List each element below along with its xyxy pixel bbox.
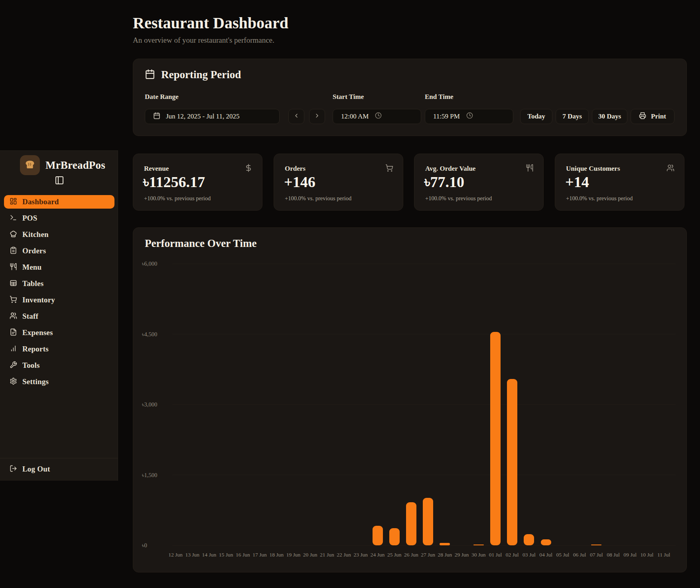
terminal-icon <box>10 214 17 223</box>
page-subtitle: An overview of your restaurant's perform… <box>133 36 274 45</box>
stat-label: Avg. Order Value <box>425 165 475 173</box>
y-axis-tick-label: ৳4,500 <box>142 331 168 338</box>
shopping-cart-icon <box>385 164 393 174</box>
date-range-label: Date Range <box>145 93 179 101</box>
sidebar-item-settings[interactable]: Settings <box>4 375 114 389</box>
bar-03-jul <box>524 534 534 545</box>
table-icon <box>10 279 17 288</box>
stat-value: +146 <box>284 173 315 191</box>
print-button[interactable]: Print <box>631 109 674 124</box>
previous-period-button[interactable] <box>288 109 304 124</box>
sidebar-item-inventory[interactable]: Inventory <box>4 293 114 307</box>
sidebar-item-orders[interactable]: Orders <box>4 244 114 258</box>
chef-hat-icon <box>10 230 17 239</box>
chevron-right-icon <box>314 112 320 120</box>
bar-24-jun <box>373 526 383 545</box>
stat-label: Unique Customers <box>566 165 620 173</box>
brand-logo <box>20 155 40 175</box>
seven-days-button-label: 7 Days <box>562 112 582 120</box>
y-axis-tick-label: ৳6,000 <box>142 260 168 267</box>
layout-dashboard-icon <box>10 197 17 207</box>
end-time-label: End Time <box>425 93 454 101</box>
sidebar-item-expenses[interactable]: Expenses <box>4 326 114 339</box>
stat-value: ৳77.10 <box>424 173 464 191</box>
sidebar-item-kitchen[interactable]: Kitchen <box>4 228 114 241</box>
sidebar: MrBreadPos Dashboard POS Kitchen Orders <box>0 150 118 481</box>
bar-01-jul <box>490 332 501 545</box>
brand-name: MrBreadPos <box>45 159 105 172</box>
sidebar-divider <box>0 458 118 458</box>
next-period-button[interactable] <box>309 109 325 124</box>
sidebar-item-tools[interactable]: Tools <box>4 359 114 372</box>
clock-icon <box>466 112 473 121</box>
logout-label: Log Out <box>22 465 50 474</box>
seven-days-button[interactable]: 7 Days <box>556 109 589 124</box>
users-icon <box>10 312 17 321</box>
bar-04-jul <box>541 539 551 545</box>
sidebar-item-label: Menu <box>22 263 41 272</box>
clipboard-list-icon <box>10 247 17 256</box>
restaurant-dashboard-screen: Restaurant Dashboard An overview of your… <box>0 0 700 588</box>
sidebar-item-dashboard[interactable]: Dashboard <box>4 195 114 209</box>
sidebar-item-label: Orders <box>22 247 46 255</box>
sidebar-item-label: Kitchen <box>22 230 49 239</box>
bar-30-jun <box>473 545 484 545</box>
logout-button[interactable]: Log Out <box>4 462 114 476</box>
wrench-icon <box>10 361 17 370</box>
reporting-period-header: Reporting Period <box>145 69 241 81</box>
sidebar-item-reports[interactable]: Reports <box>4 342 114 356</box>
print-button-label: Print <box>651 112 666 120</box>
bar-07-jul <box>591 545 601 545</box>
sidebar-item-label: POS <box>22 214 37 223</box>
sidebar-item-label: Tables <box>22 279 43 288</box>
sidebar-nav: Dashboard POS Kitchen Orders Menu Tables <box>4 195 114 391</box>
gridline <box>172 334 676 334</box>
bar-02-jul <box>507 379 517 545</box>
stat-card-orders: Orders +146 +100.0% vs. previous period <box>274 154 403 211</box>
bar-27-jun <box>423 498 433 545</box>
sidebar-item-label: Staff <box>22 312 38 321</box>
sidebar-toggle-icon[interactable] <box>55 176 64 185</box>
date-range-value: Jun 12, 2025 - Jul 11, 2025 <box>166 112 240 120</box>
users-icon <box>666 164 674 174</box>
brand: MrBreadPos <box>20 155 105 175</box>
stat-delta: +100.0% vs. previous period <box>144 195 211 202</box>
start-time-input[interactable]: 12:00 AM <box>333 109 421 124</box>
stat-value: ৳11256.17 <box>143 173 205 191</box>
bar-chart-icon <box>10 345 17 354</box>
sidebar-item-staff[interactable]: Staff <box>4 310 114 323</box>
bar-26-jun <box>406 502 416 545</box>
stat-card-unique-customers: Unique Customers +14 +100.0% vs. previou… <box>555 154 684 211</box>
clock-icon <box>375 112 382 121</box>
thirty-days-button[interactable]: 30 Days <box>592 109 627 124</box>
y-axis-tick-label: ৳3,000 <box>142 401 168 408</box>
end-time-input[interactable]: 11:59 PM <box>425 109 513 124</box>
file-text-icon <box>10 328 17 337</box>
bar-chart: ৳0৳1,500৳3,000৳4,500৳6,00012 Jun13 Jun14… <box>133 228 686 572</box>
sidebar-item-pos[interactable]: POS <box>4 211 114 225</box>
today-button[interactable]: Today <box>520 109 552 124</box>
stat-delta: +100.0% vs. previous period <box>566 195 633 202</box>
gear-icon <box>10 377 17 387</box>
sidebar-item-label: Inventory <box>22 296 55 304</box>
sidebar-item-label: Tools <box>22 361 40 370</box>
bar-28-jun <box>440 543 450 545</box>
today-button-label: Today <box>527 112 545 120</box>
y-axis-tick-label: ৳0 <box>142 542 168 549</box>
stat-label: Revenue <box>144 165 169 173</box>
sidebar-item-tables[interactable]: Tables <box>4 277 114 290</box>
page-title: Restaurant Dashboard <box>133 14 288 32</box>
gridline <box>172 404 676 405</box>
gridline <box>172 475 676 475</box>
sidebar-item-menu[interactable]: Menu <box>4 260 114 274</box>
reporting-period-title: Reporting Period <box>161 69 241 81</box>
bar-25-jun <box>389 528 400 545</box>
bread-icon <box>24 159 35 172</box>
x-axis-tick-label: 11 Jul <box>652 552 676 558</box>
y-axis-tick-label: ৳1,500 <box>142 472 168 479</box>
printer-icon <box>639 112 646 121</box>
utensils-icon <box>10 263 17 272</box>
chevron-left-icon <box>293 112 300 120</box>
date-range-input[interactable]: Jun 12, 2025 - Jul 11, 2025 <box>145 109 280 124</box>
stat-card-revenue: Revenue ৳11256.17 +100.0% vs. previous p… <box>133 154 262 211</box>
